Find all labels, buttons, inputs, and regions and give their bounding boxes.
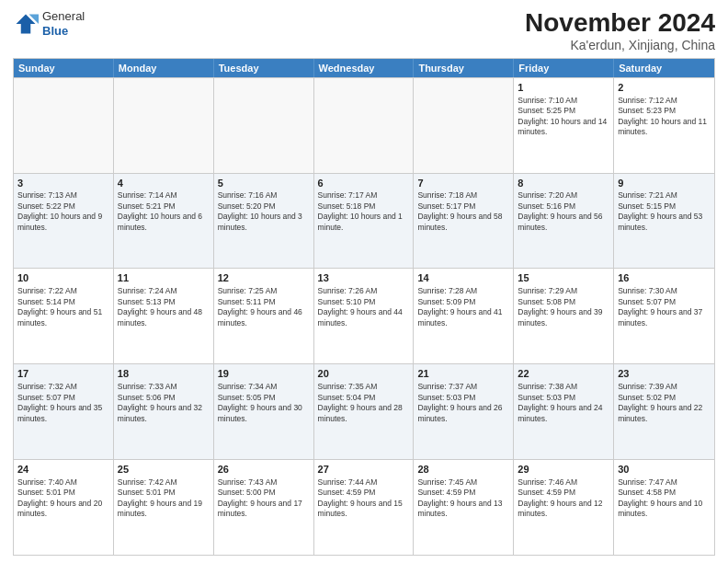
calendar-cell: 30Sunrise: 7:47 AM Sunset: 4:58 PM Dayli…	[614, 460, 714, 555]
calendar-cell: 14Sunrise: 7:28 AM Sunset: 5:09 PM Dayli…	[414, 269, 514, 363]
weekday-header: Sunday	[14, 59, 114, 77]
day-info: Sunrise: 7:30 AM Sunset: 5:07 PM Dayligh…	[618, 286, 702, 327]
calendar-header: SundayMondayTuesdayWednesdayThursdayFrid…	[14, 59, 714, 77]
page: General Blue November 2024 Ka'erdun, Xin…	[0, 0, 728, 563]
calendar-row: 1Sunrise: 7:10 AM Sunset: 5:25 PM Daylig…	[14, 77, 714, 173]
calendar-row: 17Sunrise: 7:32 AM Sunset: 5:07 PM Dayli…	[14, 363, 714, 459]
calendar-cell: 28Sunrise: 7:45 AM Sunset: 4:59 PM Dayli…	[414, 460, 514, 555]
empty-cell	[214, 78, 314, 173]
day-number: 1	[518, 81, 609, 95]
calendar-cell: 8Sunrise: 7:20 AM Sunset: 5:16 PM Daylig…	[514, 174, 614, 269]
day-info: Sunrise: 7:43 AM Sunset: 5:00 PM Dayligh…	[218, 477, 302, 518]
day-info: Sunrise: 7:38 AM Sunset: 5:03 PM Dayligh…	[518, 382, 602, 422]
day-number: 3	[17, 177, 109, 190]
weekday-header: Wednesday	[314, 59, 415, 77]
day-number: 15	[518, 271, 609, 285]
day-number: 25	[118, 463, 210, 477]
empty-cell	[114, 78, 214, 173]
calendar-cell: 17Sunrise: 7:32 AM Sunset: 5:07 PM Dayli…	[14, 364, 114, 459]
empty-cell	[14, 78, 114, 173]
logo: General Blue	[13, 9, 85, 38]
page-subtitle: Ka'erdun, Xinjiang, China	[525, 38, 715, 52]
day-info: Sunrise: 7:42 AM Sunset: 5:01 PM Dayligh…	[118, 477, 202, 518]
calendar-cell: 29Sunrise: 7:46 AM Sunset: 4:59 PM Dayli…	[514, 460, 614, 555]
day-info: Sunrise: 7:33 AM Sunset: 5:06 PM Dayligh…	[118, 382, 202, 422]
weekday-header: Tuesday	[214, 59, 314, 77]
calendar-row: 3Sunrise: 7:13 AM Sunset: 5:22 PM Daylig…	[14, 173, 714, 269]
day-number: 21	[417, 367, 509, 381]
page-header: General Blue November 2024 Ka'erdun, Xin…	[13, 9, 715, 52]
day-info: Sunrise: 7:37 AM Sunset: 5:03 PM Dayligh…	[417, 382, 502, 422]
calendar-cell: 24Sunrise: 7:40 AM Sunset: 5:01 PM Dayli…	[14, 460, 114, 555]
day-number: 11	[118, 271, 210, 285]
calendar-cell: 7Sunrise: 7:18 AM Sunset: 5:17 PM Daylig…	[414, 174, 514, 269]
calendar-cell: 15Sunrise: 7:29 AM Sunset: 5:08 PM Dayli…	[514, 269, 614, 363]
day-number: 23	[618, 367, 711, 381]
calendar-row: 10Sunrise: 7:22 AM Sunset: 5:14 PM Dayli…	[14, 268, 714, 363]
day-number: 26	[218, 463, 310, 477]
day-info: Sunrise: 7:13 AM Sunset: 5:22 PM Dayligh…	[17, 190, 102, 231]
day-info: Sunrise: 7:10 AM Sunset: 5:25 PM Dayligh…	[518, 96, 607, 136]
day-number: 24	[17, 463, 109, 477]
calendar-cell: 26Sunrise: 7:43 AM Sunset: 5:00 PM Dayli…	[214, 460, 314, 555]
day-number: 12	[218, 271, 310, 285]
day-info: Sunrise: 7:45 AM Sunset: 4:59 PM Dayligh…	[417, 477, 502, 518]
day-number: 14	[417, 271, 509, 285]
calendar-cell: 18Sunrise: 7:33 AM Sunset: 5:06 PM Dayli…	[114, 364, 214, 459]
calendar-cell: 1Sunrise: 7:10 AM Sunset: 5:25 PM Daylig…	[514, 78, 614, 173]
day-number: 19	[218, 367, 310, 381]
day-info: Sunrise: 7:17 AM Sunset: 5:18 PM Dayligh…	[318, 190, 403, 231]
day-number: 27	[318, 463, 410, 477]
day-number: 4	[118, 177, 210, 190]
day-number: 9	[618, 177, 711, 190]
day-number: 30	[618, 463, 711, 477]
calendar-cell: 9Sunrise: 7:21 AM Sunset: 5:15 PM Daylig…	[614, 174, 714, 269]
calendar-cell: 12Sunrise: 7:25 AM Sunset: 5:11 PM Dayli…	[214, 269, 314, 363]
day-info: Sunrise: 7:18 AM Sunset: 5:17 PM Dayligh…	[417, 190, 502, 231]
day-number: 28	[417, 463, 509, 477]
calendar-cell: 19Sunrise: 7:34 AM Sunset: 5:05 PM Dayli…	[214, 364, 314, 459]
calendar-cell: 6Sunrise: 7:17 AM Sunset: 5:18 PM Daylig…	[314, 174, 415, 269]
day-number: 10	[17, 271, 109, 285]
day-number: 29	[518, 463, 609, 477]
calendar-cell: 5Sunrise: 7:16 AM Sunset: 5:20 PM Daylig…	[214, 174, 314, 269]
day-info: Sunrise: 7:47 AM Sunset: 4:58 PM Dayligh…	[618, 477, 702, 518]
day-info: Sunrise: 7:46 AM Sunset: 4:59 PM Dayligh…	[518, 477, 602, 518]
day-number: 20	[318, 367, 410, 381]
calendar-cell: 2Sunrise: 7:12 AM Sunset: 5:23 PM Daylig…	[614, 78, 714, 173]
day-info: Sunrise: 7:29 AM Sunset: 5:08 PM Dayligh…	[518, 286, 602, 327]
day-number: 8	[518, 177, 609, 190]
page-title: November 2024	[525, 9, 715, 38]
weekday-header: Friday	[514, 59, 614, 77]
day-info: Sunrise: 7:21 AM Sunset: 5:15 PM Dayligh…	[618, 190, 702, 231]
day-info: Sunrise: 7:40 AM Sunset: 5:01 PM Dayligh…	[17, 477, 102, 518]
day-number: 17	[17, 367, 109, 381]
title-block: November 2024 Ka'erdun, Xinjiang, China	[525, 9, 715, 52]
day-info: Sunrise: 7:20 AM Sunset: 5:16 PM Dayligh…	[518, 190, 602, 231]
day-info: Sunrise: 7:34 AM Sunset: 5:05 PM Dayligh…	[218, 382, 302, 422]
weekday-header: Monday	[114, 59, 214, 77]
empty-cell	[414, 78, 514, 173]
calendar-cell: 11Sunrise: 7:24 AM Sunset: 5:13 PM Dayli…	[114, 269, 214, 363]
logo-blue-text: Blue	[42, 24, 85, 39]
calendar-cell: 3Sunrise: 7:13 AM Sunset: 5:22 PM Daylig…	[14, 174, 114, 269]
calendar-cell: 10Sunrise: 7:22 AM Sunset: 5:14 PM Dayli…	[14, 269, 114, 363]
day-number: 7	[417, 177, 509, 190]
weekday-header: Saturday	[614, 59, 714, 77]
calendar-cell: 20Sunrise: 7:35 AM Sunset: 5:04 PM Dayli…	[314, 364, 415, 459]
day-number: 5	[218, 177, 310, 190]
day-info: Sunrise: 7:44 AM Sunset: 4:59 PM Dayligh…	[318, 477, 403, 518]
day-info: Sunrise: 7:39 AM Sunset: 5:02 PM Dayligh…	[618, 382, 702, 422]
day-info: Sunrise: 7:28 AM Sunset: 5:09 PM Dayligh…	[417, 286, 502, 327]
day-number: 18	[118, 367, 210, 381]
day-info: Sunrise: 7:26 AM Sunset: 5:10 PM Dayligh…	[318, 286, 403, 327]
calendar-body: 1Sunrise: 7:10 AM Sunset: 5:25 PM Daylig…	[14, 77, 714, 555]
day-info: Sunrise: 7:14 AM Sunset: 5:21 PM Dayligh…	[118, 190, 202, 231]
day-number: 6	[318, 177, 410, 190]
day-info: Sunrise: 7:16 AM Sunset: 5:20 PM Dayligh…	[218, 190, 302, 231]
empty-cell	[314, 78, 415, 173]
calendar-cell: 23Sunrise: 7:39 AM Sunset: 5:02 PM Dayli…	[614, 364, 714, 459]
calendar-cell: 13Sunrise: 7:26 AM Sunset: 5:10 PM Dayli…	[314, 269, 415, 363]
calendar-cell: 4Sunrise: 7:14 AM Sunset: 5:21 PM Daylig…	[114, 174, 214, 269]
day-info: Sunrise: 7:24 AM Sunset: 5:13 PM Dayligh…	[118, 286, 202, 327]
